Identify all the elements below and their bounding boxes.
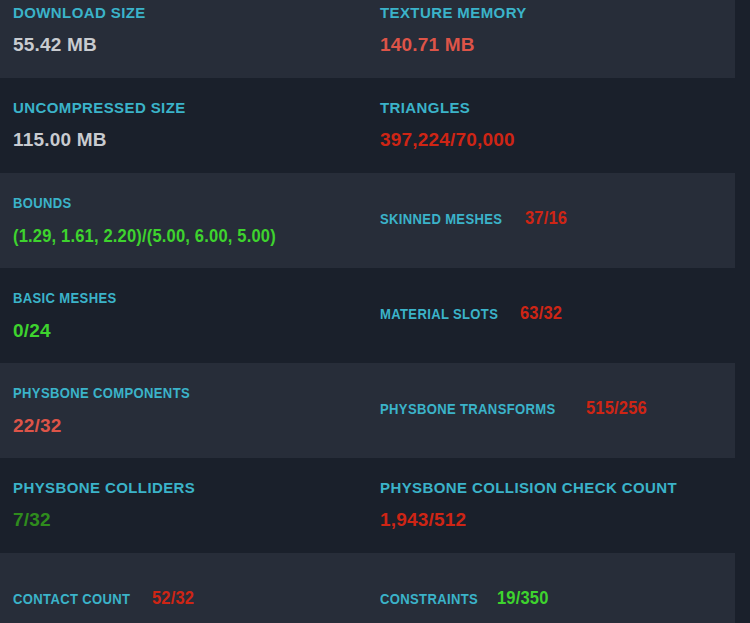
stat-cell: CONTACT COUNT 52/32: [0, 553, 380, 623]
stat-label: DOWNLOAD SIZE: [13, 4, 380, 21]
stat-cell: MATERIAL SLOTS 63/32: [380, 268, 735, 363]
stat-row: BASIC MESHES 0/24 MATERIAL SLOTS 63/32: [0, 268, 735, 363]
stat-value: 55.42 MB: [13, 34, 380, 55]
stat-label: SKINNED MESHES: [380, 210, 502, 227]
stat-value: 115.00 MB: [13, 129, 380, 150]
stat-row: CONTACT COUNT 52/32 CONSTRAINTS 19/350: [0, 553, 735, 623]
stat-label: TEXTURE MEMORY: [380, 4, 735, 21]
stat-label: PHYSBONE COLLISION CHECK COUNT: [380, 479, 735, 496]
stat-value: 52/32: [152, 587, 194, 608]
stat-row: BOUNDS (1.29, 1.61, 2.20)/(5.00, 6.00, 5…: [0, 173, 735, 268]
stat-value: 515/256: [586, 397, 647, 418]
stat-cell: DOWNLOAD SIZE 55.42 MB: [0, 0, 380, 78]
stat-value: 397,224/70,000: [380, 129, 735, 150]
stat-value: 1,943/512: [380, 509, 735, 530]
stat-label: CONTACT COUNT: [13, 590, 130, 607]
stat-value: 63/32: [520, 302, 562, 323]
stat-value: 37/16: [525, 207, 567, 228]
stat-row: PHYSBONE COMPONENTS 22/32 PHYSBONE TRANS…: [0, 363, 735, 458]
stat-cell: SKINNED MESHES 37/16: [380, 173, 735, 268]
stat-cell: CONSTRAINTS 19/350: [380, 553, 735, 623]
stat-row: DOWNLOAD SIZE 55.42 MB TEXTURE MEMORY 14…: [0, 0, 735, 78]
stat-value: 0/24: [13, 320, 380, 341]
stat-label: BOUNDS: [13, 194, 72, 211]
stat-cell: PHYSBONE COMPONENTS 22/32: [0, 363, 380, 458]
stat-value: 22/32: [13, 415, 380, 436]
stat-cell: TEXTURE MEMORY 140.71 MB: [380, 0, 735, 78]
avatar-stats-panel: DOWNLOAD SIZE 55.42 MB TEXTURE MEMORY 14…: [0, 0, 750, 623]
stat-label: TRIANGLES: [380, 99, 735, 116]
stat-row: UNCOMPRESSED SIZE 115.00 MB TRIANGLES 39…: [0, 78, 735, 173]
stat-cell: TRIANGLES 397,224/70,000: [380, 78, 735, 173]
stat-label: CONSTRAINTS: [380, 590, 478, 607]
stat-label: BASIC MESHES: [13, 289, 117, 306]
stat-label: UNCOMPRESSED SIZE: [13, 99, 380, 116]
stat-cell: PHYSBONE COLLIDERS 7/32: [0, 458, 380, 553]
stat-cell: PHYSBONE COLLISION CHECK COUNT 1,943/512: [380, 458, 735, 553]
stat-label: PHYSBONE COLLIDERS: [13, 479, 380, 496]
stat-value: 19/350: [497, 587, 549, 608]
stat-label: PHYSBONE TRANSFORMS: [380, 400, 556, 417]
stat-row: PHYSBONE COLLIDERS 7/32 PHYSBONE COLLISI…: [0, 458, 735, 553]
stat-cell: BASIC MESHES 0/24: [0, 268, 380, 363]
stat-cell: PHYSBONE TRANSFORMS 515/256: [380, 363, 735, 458]
stat-cell: BOUNDS (1.29, 1.61, 2.20)/(5.00, 6.00, 5…: [0, 173, 380, 268]
stat-label: PHYSBONE COMPONENTS: [13, 384, 190, 401]
stat-value: 140.71 MB: [380, 34, 735, 55]
stat-cell: UNCOMPRESSED SIZE 115.00 MB: [0, 78, 380, 173]
stat-value: (1.29, 1.61, 2.20)/(5.00, 6.00, 5.00): [13, 225, 276, 246]
stat-label: MATERIAL SLOTS: [380, 305, 498, 322]
stat-value: 7/32: [13, 509, 380, 530]
